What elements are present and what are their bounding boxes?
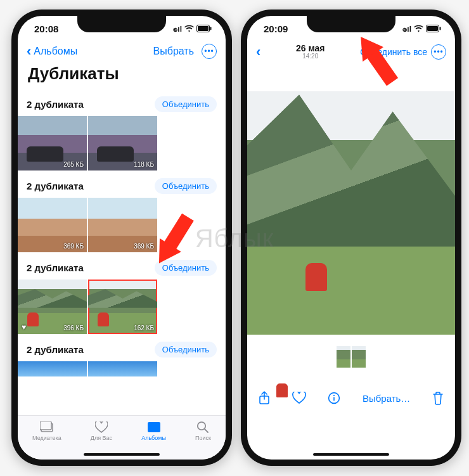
- duplicates-list[interactable]: 2 дубликата Объединить 265 КБ 118 КБ 2 д…: [18, 90, 226, 415]
- svg-point-13: [333, 395, 335, 396]
- svg-rect-14: [333, 397, 335, 401]
- signal-icon: ๏ıl: [402, 23, 411, 35]
- screen-left: 20:08 ๏ıl ‹ Альбомы Выбрать •••: [18, 16, 226, 460]
- tab-library[interactable]: Медиатека: [32, 421, 61, 441]
- group-header: 2 дубликата Объединить: [18, 172, 226, 198]
- status-time: 20:08: [34, 23, 58, 34]
- albums-icon: [146, 421, 162, 434]
- notch: [77, 16, 166, 32]
- select-button[interactable]: Выбрать: [153, 46, 194, 57]
- favorite-button[interactable]: [292, 392, 306, 404]
- battery-icon: [426, 25, 441, 32]
- tab-search[interactable]: Поиск: [195, 421, 211, 441]
- merge-button[interactable]: Объединить: [155, 178, 217, 194]
- mini-thumb[interactable]: [337, 346, 350, 368]
- group-count: 2 дубликата: [27, 344, 84, 355]
- photo-thumb[interactable]: ♥ 396 КБ: [18, 280, 87, 334]
- select-button[interactable]: Выбрать…: [363, 393, 410, 404]
- page-title: Дубликаты: [18, 63, 226, 90]
- status-time: 20:09: [264, 23, 288, 34]
- share-button[interactable]: [259, 391, 270, 405]
- tab-for-you[interactable]: Для Вас: [91, 421, 112, 441]
- ellipsis-icon: •••: [434, 48, 444, 56]
- thumb-row: 369 КБ 369 КБ: [18, 198, 226, 254]
- photo-thumb[interactable]: [88, 361, 157, 376]
- nav-bar: ‹ Альбомы Выбрать •••: [18, 41, 226, 63]
- back-label: Альбомы: [34, 46, 77, 57]
- svg-rect-4: [40, 421, 51, 430]
- favorite-icon: ♥: [22, 323, 26, 331]
- thumb-row: [18, 361, 226, 378]
- merge-button[interactable]: Объединить: [155, 96, 217, 112]
- phone-frame-right: 20:09 ๏ıl ‹ 26 мая 14:20 Объединить все …: [241, 10, 461, 466]
- wifi-icon: [414, 25, 423, 32]
- screen-right: 20:09 ๏ıl ‹ 26 мая 14:20 Объединить все …: [247, 16, 455, 460]
- chevron-left-icon: ‹: [27, 44, 31, 58]
- search-icon: [195, 421, 210, 434]
- back-button[interactable]: ‹ Альбомы: [27, 44, 77, 58]
- svg-rect-5: [148, 422, 160, 432]
- group-header: 2 дубликата Объединить: [18, 90, 226, 116]
- tab-albums[interactable]: Альбомы: [141, 421, 166, 441]
- nav-title: 26 мая 14:20: [264, 44, 356, 60]
- photo-thumb[interactable]: 265 КБ: [18, 116, 87, 170]
- group-count: 2 дубликата: [27, 99, 84, 110]
- svg-point-6: [198, 422, 205, 430]
- back-button[interactable]: ‹: [256, 45, 260, 59]
- delete-button[interactable]: [432, 391, 444, 405]
- status-icons: ๏ıl: [173, 23, 212, 35]
- svg-rect-1: [198, 26, 209, 31]
- photo-thumb[interactable]: 369 КБ: [18, 198, 87, 252]
- thumb-row: ♥ 396 КБ 162 КБ: [18, 280, 226, 335]
- more-button[interactable]: •••: [202, 44, 217, 59]
- wifi-icon: [184, 25, 194, 32]
- group-count: 2 дубликата: [27, 262, 84, 273]
- svg-rect-2: [210, 27, 212, 30]
- group-count: 2 дубликата: [27, 181, 84, 191]
- svg-rect-9: [427, 26, 438, 31]
- merge-button[interactable]: Объединить: [155, 342, 217, 357]
- mini-thumb[interactable]: [352, 346, 366, 368]
- home-indicator[interactable]: [313, 453, 389, 456]
- photo-thumb[interactable]: 118 КБ: [88, 116, 157, 170]
- ellipsis-icon: •••: [204, 47, 214, 56]
- photo-thumb[interactable]: 369 КБ: [88, 198, 157, 252]
- group-header: 2 дубликата Объединить: [18, 254, 226, 280]
- battery-icon: [196, 25, 212, 32]
- status-icons: ๏ıl: [402, 23, 441, 35]
- thumb-row: 265 КБ 118 КБ: [18, 116, 226, 172]
- photo-thumb[interactable]: [18, 361, 87, 376]
- phone-frame-left: 20:08 ๏ıl ‹ Альбомы Выбрать •••: [11, 10, 232, 466]
- group-header: 2 дубликата Объединить: [18, 335, 226, 361]
- for-you-icon: [94, 421, 109, 434]
- photo-thumb-selected[interactable]: 162 КБ: [88, 280, 157, 334]
- info-button[interactable]: [328, 392, 340, 404]
- home-indicator[interactable]: [84, 453, 160, 456]
- thumbnail-strip[interactable]: [247, 335, 455, 379]
- signal-icon: ๏ıl: [173, 23, 182, 35]
- notch: [307, 16, 395, 32]
- library-icon: [39, 421, 55, 434]
- more-button[interactable]: •••: [431, 44, 446, 60]
- svg-line-7: [205, 429, 208, 432]
- svg-rect-10: [440, 27, 441, 30]
